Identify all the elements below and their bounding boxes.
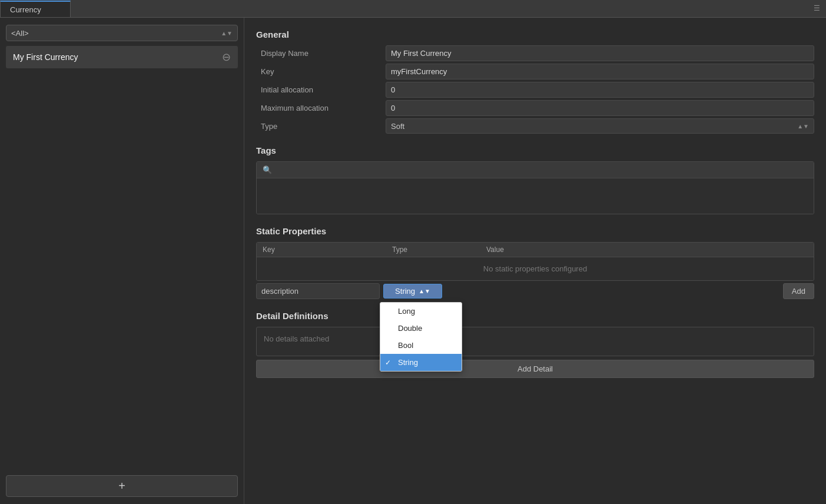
type-select-value: Soft	[391, 122, 404, 131]
dropdown-item-string[interactable]: ✓ String	[380, 354, 462, 371]
maximum-allocation-label: Maximum allocation	[256, 101, 386, 115]
dropdown-label-string: String	[398, 358, 418, 367]
type-label: Type	[256, 119, 386, 134]
general-section: General Display Name My First Currency K…	[256, 29, 814, 134]
add-detail-button[interactable]: Add Detail	[256, 360, 814, 378]
type-row: Type Soft ▲▼	[256, 118, 814, 134]
tags-title: Tags	[256, 145, 814, 155]
display-name-label: Display Name	[256, 46, 386, 61]
display-name-row: Display Name My First Currency	[256, 45, 814, 61]
tags-section: Tags 🔍	[256, 145, 814, 214]
initial-allocation-label: Initial allocation	[256, 82, 386, 97]
check-icon-string: ✓	[385, 359, 391, 367]
add-currency-button[interactable]: +	[6, 475, 238, 497]
sp-type-arrow-icon: ▲▼	[419, 288, 430, 294]
dropdown-label-double: Double	[398, 324, 422, 333]
sp-type-dropdown[interactable]: String ▲▼	[383, 284, 442, 299]
static-properties-section: Static Properties Key Type Value No stat…	[256, 226, 814, 299]
dropdown-label-bool: Bool	[398, 341, 413, 350]
sp-table-header: Key Type Value	[257, 243, 814, 257]
tags-search-row: 🔍	[257, 162, 814, 178]
sp-col-key: Key	[263, 246, 392, 254]
tab-bar: Currency ☰	[0, 0, 826, 18]
currency-tab[interactable]: Currency	[0, 1, 71, 17]
filter-value: <All>	[11, 29, 29, 38]
general-fields: Display Name My First Currency Key myFir…	[256, 45, 814, 134]
type-dropdown-menu: ✓ Long ✓ Double ✓ Bool ✓ String	[380, 302, 462, 372]
sp-type-value: String	[395, 287, 415, 296]
maximum-allocation-row: Maximum allocation 0	[256, 100, 814, 116]
dropdown-label-long: Long	[398, 307, 415, 316]
tab-menu-icon[interactable]: ☰	[814, 4, 820, 12]
main-layout: <All> ▲▼ My First Currency ⊖ + General D…	[0, 18, 826, 504]
key-label: Key	[256, 64, 386, 79]
dropdown-item-bool[interactable]: ✓ Bool	[380, 337, 462, 354]
sp-empty-message: No static properties configured	[257, 257, 814, 280]
dropdown-item-long[interactable]: ✓ Long	[380, 303, 462, 320]
search-icon: 🔍	[263, 165, 272, 174]
filter-dropdown[interactable]: <All> ▲▼	[6, 25, 238, 41]
key-row: Key myFirstCurrency	[256, 64, 814, 79]
general-title: General	[256, 29, 814, 39]
detail-empty-message: No details attached	[264, 334, 329, 343]
sidebar-item-my-first-currency[interactable]: My First Currency ⊖	[6, 46, 238, 68]
sp-add-row: String ▲▼ ✓ Long ✓ Double ✓ Bool	[256, 283, 814, 299]
content-area: General Display Name My First Currency K…	[244, 18, 826, 504]
display-name-value[interactable]: My First Currency	[386, 45, 814, 61]
static-properties-title: Static Properties	[256, 226, 814, 236]
filter-arrow-icon: ▲▼	[221, 30, 233, 37]
tags-container: 🔍	[256, 161, 814, 214]
add-button-label: +	[118, 479, 125, 492]
sp-col-value: Value	[486, 246, 808, 254]
tags-body	[257, 178, 814, 214]
sidebar-item-label: My First Currency	[13, 52, 78, 62]
detail-definitions-body: No details attached	[256, 327, 814, 356]
sp-col-type: Type	[392, 246, 486, 254]
dropdown-item-double[interactable]: ✓ Double	[380, 320, 462, 337]
maximum-allocation-value[interactable]: 0	[386, 100, 814, 116]
detail-definitions-title: Detail Definitions	[256, 311, 814, 321]
sidebar-spacer	[6, 69, 238, 470]
detail-definitions-section: Detail Definitions No details attached A…	[256, 311, 814, 378]
sp-key-input[interactable]	[256, 283, 380, 299]
sp-add-button[interactable]: Add	[783, 283, 814, 299]
tags-search-input[interactable]	[274, 165, 808, 174]
initial-allocation-row: Initial allocation 0	[256, 82, 814, 98]
key-value[interactable]: myFirstCurrency	[386, 64, 814, 79]
delete-item-icon[interactable]: ⊖	[222, 52, 231, 62]
type-select[interactable]: Soft ▲▼	[386, 118, 814, 134]
initial-allocation-value[interactable]: 0	[386, 82, 814, 98]
type-select-arrow-icon: ▲▼	[797, 123, 809, 130]
sidebar: <All> ▲▼ My First Currency ⊖ +	[0, 18, 244, 504]
tab-label: Currency	[10, 5, 41, 14]
static-properties-table: Key Type Value No static properties conf…	[256, 242, 814, 281]
